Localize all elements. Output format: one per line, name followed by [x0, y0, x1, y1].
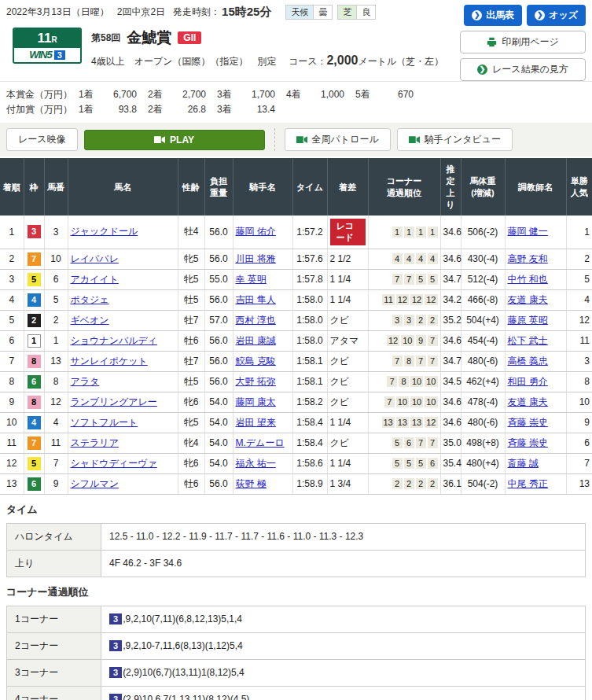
weather-value: 曇 — [313, 5, 333, 20]
horse-name-cell: ジャックドール — [68, 216, 178, 249]
jockey-name-link[interactable]: 鮫島 克駿 — [236, 356, 276, 367]
jockey-name-link[interactable]: 福永 祐一 — [236, 458, 276, 469]
prize-section: 本賞金（万円） 1着6,7002着2,7003着1,7004着1,0005着67… — [0, 81, 592, 123]
leader-badge: 3 — [109, 640, 122, 651]
margin-cell: クビ — [327, 433, 368, 453]
jockey-name-link[interactable]: M.デムーロ — [236, 437, 285, 448]
carried-weight: 56.0 — [204, 249, 233, 269]
horse-name-link[interactable]: ステラリア — [71, 437, 119, 448]
column-header: 着差 — [327, 159, 368, 216]
result-guide-button[interactable]: ❯ レース結果の見方 — [460, 58, 586, 81]
corner-position: 9 — [416, 335, 426, 346]
horse-number: 7 — [44, 453, 68, 473]
trainer-name-link[interactable]: 高橋 義忠 — [508, 356, 548, 367]
horse-name-link[interactable]: ジャックドール — [71, 226, 138, 237]
time-table: ハロンタイム12.5 - 11.0 - 12.2 - 11.9 - 11.7 -… — [6, 523, 586, 577]
race-number-box: 11R WIN53 — [13, 28, 82, 64]
carried-weight: 56.0 — [204, 371, 233, 392]
jockey-name-link[interactable]: 荻野 極 — [236, 478, 267, 489]
jockey-cell: 藤岡 康太 — [233, 392, 292, 412]
win-popularity: 9 — [566, 412, 592, 433]
trainer-cell: 高野 友和 — [505, 249, 566, 269]
time-row-value: 12.5 - 11.0 - 12.2 - 11.9 - 11.7 - 11.7 … — [101, 523, 586, 550]
jockey-name-link[interactable]: 藤岡 佑介 — [236, 226, 276, 237]
horse-weight: 480(-6) — [461, 351, 505, 371]
horse-name-link[interactable]: ランブリングアレー — [71, 396, 157, 407]
horse-name-cell: アカイイト — [68, 269, 178, 289]
carried-weight: 56.0 — [204, 330, 233, 351]
last-3f-time: 34.6 — [440, 392, 461, 412]
jockey-name-link[interactable]: 西村 淳也 — [236, 315, 276, 326]
trainer-name-link[interactable]: 斉藤 崇史 — [508, 417, 548, 428]
trainer-name-link[interactable]: 友道 康夫 — [508, 396, 548, 407]
entry-table-button[interactable]: ❯出馬表 — [464, 5, 522, 26]
print-page-button[interactable]: 印刷用ページ — [460, 31, 586, 53]
trainer-name-link[interactable]: 和田 勇介 — [508, 376, 548, 387]
win-popularity: 2 — [566, 249, 592, 269]
jockey-name-link[interactable]: 大野 拓弥 — [236, 376, 276, 387]
trainer-name-link[interactable]: 松下 武士 — [508, 335, 548, 346]
horse-name-link[interactable]: アラタ — [71, 376, 100, 387]
horse-name-link[interactable]: ショウナンバルディ — [71, 335, 158, 346]
carried-weight: 56.0 — [204, 289, 233, 310]
trainer-name-link[interactable]: 中竹 和也 — [508, 274, 548, 285]
horse-number: 1 — [44, 330, 68, 351]
horse-name-link[interactable]: シフルマン — [71, 478, 119, 489]
corner-position: 2 — [392, 478, 403, 489]
corner-positions: 13131312 — [368, 412, 440, 433]
corner-position: 12 — [387, 335, 399, 346]
arrow-circle-icon: ❯ — [535, 10, 545, 20]
jockey-name-link[interactable]: 幸 英明 — [236, 274, 267, 285]
race-title-block: 11R WIN53 第58回 金鯱賞 GII 4歳以上 オープン（国際）（指定）… — [6, 24, 452, 75]
jockey-cell: M.デムーロ — [233, 433, 292, 453]
horse-name-link[interactable]: シャドウディーヴァ — [71, 458, 157, 469]
jockey-name-link[interactable]: 岩田 康誠 — [236, 335, 276, 346]
corner-position: 10 — [396, 396, 409, 407]
trainer-cell: 友道 康夫 — [505, 289, 566, 310]
sex-age: 牝5 — [178, 249, 204, 269]
horse-name-link[interactable]: ギベオン — [71, 315, 109, 326]
trainer-name-link[interactable]: 友道 康夫 — [508, 294, 548, 305]
corner-position: 7 — [392, 274, 403, 285]
odds-button[interactable]: ❯オッズ — [527, 5, 586, 26]
corner-position: 7 — [428, 437, 438, 448]
play-button[interactable]: PLAY — [84, 130, 265, 150]
frame-number-badge: 8 — [28, 355, 41, 368]
last-3f-time: 35.0 — [440, 433, 461, 453]
corner-position: 7 — [416, 437, 426, 448]
corner-position: 7 — [387, 376, 397, 387]
trainer-name-link[interactable]: 中尾 秀正 — [508, 478, 548, 489]
horse-name-link[interactable]: ポタジェ — [71, 294, 109, 305]
race-number: 11R — [14, 29, 80, 48]
jockey-name-link[interactable]: 吉田 隼人 — [236, 294, 276, 305]
trainer-name-link[interactable]: 斉藤 崇史 — [508, 437, 548, 448]
horse-name-link[interactable]: レイパパレ — [71, 253, 119, 264]
result-row: 611ショウナンバルディ牡656.0岩田 康誠1:58.0アタマ12109734… — [0, 330, 592, 351]
trainer-name-link[interactable]: 斎藤 誠 — [508, 458, 539, 469]
corner-row-value: 3(2,9)10(6,7)(13,11)1(8,12)5,4 — [101, 659, 586, 686]
jockey-name-link[interactable]: 岩田 望来 — [236, 417, 276, 428]
frame-number-badge: 4 — [28, 293, 41, 307]
sex-age: 牡5 — [178, 289, 204, 310]
jockey-interview-button[interactable]: 騎手インタビュー — [397, 128, 513, 151]
sex-age: 牡7 — [178, 310, 204, 330]
finish-position: 12 — [0, 453, 24, 473]
finish-time: 1:58.2 — [292, 392, 327, 412]
patrol-video-button[interactable]: 全周パトロール — [285, 128, 391, 151]
horse-name-link[interactable]: ソフトフルート — [71, 417, 138, 428]
corner-position: 1 — [404, 227, 414, 238]
jockey-name-link[interactable]: 藤岡 康太 — [236, 396, 276, 407]
trainer-name-link[interactable]: 藤原 英昭 — [508, 315, 548, 326]
jockey-name-link[interactable]: 川田 将雅 — [236, 253, 276, 264]
trainer-name-link[interactable]: 高野 友和 — [508, 253, 548, 264]
horse-name-link[interactable]: アカイイト — [71, 274, 119, 285]
trainer-cell: 中竹 和也 — [505, 269, 566, 289]
win-popularity: 6 — [566, 433, 592, 453]
finish-time: 1:57.8 — [292, 269, 327, 289]
jockey-cell: 吉田 隼人 — [233, 289, 292, 310]
trainer-name-link[interactable]: 藤岡 健一 — [508, 226, 548, 237]
last-3f-time: 34.2 — [440, 289, 461, 310]
result-row: 522ギベオン牡757.0西村 淳也1:58.0クビ332235.2504(+4… — [0, 310, 592, 330]
horse-number: 3 — [44, 216, 68, 249]
horse-name-link[interactable]: サンレイポケット — [71, 356, 148, 367]
